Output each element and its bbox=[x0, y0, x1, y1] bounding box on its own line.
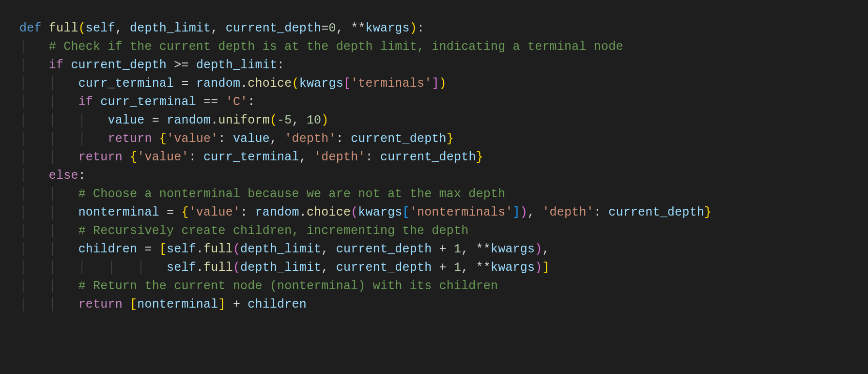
kw-if: if bbox=[49, 58, 63, 72]
num-ten: 10 bbox=[307, 113, 321, 127]
str-nonterminals: 'nonterminals' bbox=[410, 205, 513, 219]
num-neg5: -5 bbox=[277, 113, 292, 127]
str-C: 'C' bbox=[226, 95, 248, 109]
str-terminals: 'terminals' bbox=[351, 77, 432, 91]
var-curr-terminal: curr_terminal bbox=[78, 77, 174, 91]
param-current-depth: current_depth bbox=[226, 21, 322, 35]
comment-1: # Check if the current depth is at the d… bbox=[49, 40, 623, 54]
comment-4: # Return the current node (nonterminal) … bbox=[78, 279, 498, 293]
param-depth-limit: depth_limit bbox=[130, 21, 211, 35]
param-kwargs: kwargs bbox=[366, 21, 410, 35]
num-zero: 0 bbox=[329, 21, 336, 35]
kw-def: def bbox=[19, 21, 42, 35]
kw-else: else bbox=[49, 169, 78, 183]
code-block[interactable]: def full(self, depth_limit, current_dept… bbox=[0, 0, 868, 314]
param-self: self bbox=[86, 21, 115, 35]
comment-2: # Choose a nonterminal because we are no… bbox=[78, 187, 506, 201]
kw-return: return bbox=[108, 132, 152, 146]
var-nonterminal: nonterminal bbox=[78, 205, 159, 219]
comment-3: # Recursively create children, increment… bbox=[78, 224, 469, 238]
func-name: full bbox=[49, 21, 78, 35]
var-value: value bbox=[108, 113, 144, 127]
var-children: children bbox=[78, 242, 138, 256]
